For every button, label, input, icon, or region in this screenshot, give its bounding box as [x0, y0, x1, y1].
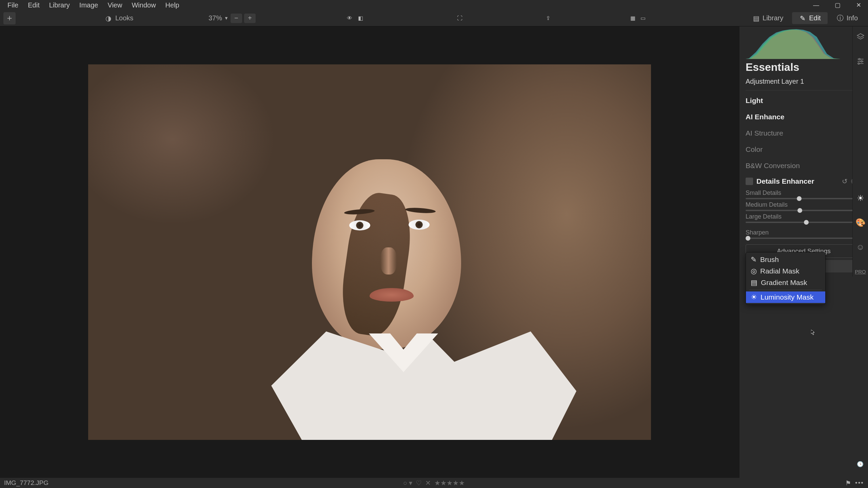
- mask-gradient[interactable]: ▤Gradient Mask: [746, 277, 825, 288]
- mask-dropdown-menu: ✎Brush ◎Radial Mask ▤Gradient Mask ☀Lumi…: [746, 252, 826, 305]
- info-icon: ⓘ: [836, 15, 844, 22]
- pro-category-label[interactable]: PRO: [855, 266, 866, 277]
- zoom-in-button[interactable]: +: [244, 14, 256, 23]
- menubar: File Edit Library Image View Window Help…: [0, 0, 868, 10]
- export-icon[interactable]: ⇪: [544, 15, 552, 22]
- window-maximize-icon[interactable]: ▢: [830, 1, 845, 9]
- reset-icon[interactable]: ↺: [842, 177, 848, 185]
- svg-point-5: [858, 63, 859, 64]
- medium-details-label: Medium Details: [746, 201, 788, 208]
- canvas-area[interactable]: [0, 26, 739, 478]
- statusbar: IMG_7772.JPG ○ ▾ ♡ ✕ ★★★★★ ⚑ •••: [0, 478, 868, 488]
- luminosity-icon: ☀: [751, 293, 757, 301]
- edit-icon: ✎: [799, 15, 806, 22]
- history-icon[interactable]: 🕓: [855, 459, 865, 469]
- small-details-label: Small Details: [746, 189, 781, 197]
- flag-icon[interactable]: ⚑: [845, 479, 851, 487]
- tab-edit[interactable]: ✎ Edit: [792, 12, 827, 24]
- menu-file[interactable]: File: [3, 1, 23, 9]
- tab-library[interactable]: ▤ Library: [746, 12, 790, 24]
- tool-details-enhancer[interactable]: Details Enhancer ↺: [746, 174, 862, 187]
- histogram[interactable]: [746, 28, 841, 59]
- svg-point-3: [859, 58, 860, 60]
- sharpen-label: Sharpen: [746, 229, 769, 236]
- star-rating[interactable]: ★★★★★: [434, 479, 465, 487]
- library-icon: ▤: [752, 15, 760, 22]
- radial-icon: ◎: [751, 267, 757, 275]
- sharpen-slider[interactable]: [746, 238, 862, 239]
- mask-brush[interactable]: ✎Brush: [746, 254, 825, 265]
- zoom-out-button[interactable]: −: [231, 14, 242, 23]
- menu-image[interactable]: Image: [75, 1, 103, 9]
- add-button[interactable]: +: [3, 12, 16, 24]
- edit-panel: Essentials Adjustment Layer 1 Light AI E…: [739, 26, 868, 478]
- photo-preview: [88, 64, 651, 440]
- large-details-slider[interactable]: [746, 222, 862, 223]
- tool-light[interactable]: Light: [746, 93, 862, 109]
- favorite-heart-icon[interactable]: ♡: [416, 479, 422, 487]
- mask-radial[interactable]: ◎Radial Mask: [746, 265, 825, 277]
- layers-icon[interactable]: [855, 32, 866, 42]
- window-minimize-icon[interactable]: —: [808, 2, 824, 9]
- menu-help[interactable]: Help: [161, 1, 184, 9]
- reject-icon[interactable]: ✕: [425, 479, 431, 487]
- looks-button[interactable]: ◑ Looks: [104, 14, 133, 22]
- tab-info[interactable]: ⓘ Info: [830, 12, 865, 24]
- panel-title: Essentials: [746, 61, 862, 74]
- essentials-category-icon[interactable]: ☀: [855, 193, 866, 203]
- menu-view[interactable]: View: [103, 1, 127, 9]
- menu-window[interactable]: Window: [127, 1, 160, 9]
- tool-bw[interactable]: B&W Conversion: [746, 158, 862, 174]
- mask-luminosity[interactable]: ☀Luminosity Mask: [746, 291, 825, 303]
- compare-icon[interactable]: ◧: [357, 15, 364, 22]
- zoom-value[interactable]: 37%: [209, 14, 222, 22]
- crop-icon[interactable]: ⛶: [456, 15, 463, 22]
- details-icon: [746, 178, 753, 185]
- zoom-dropdown-icon[interactable]: ▼: [224, 16, 229, 21]
- tool-color[interactable]: Color: [746, 141, 862, 158]
- large-details-label: Large Details: [746, 213, 782, 220]
- filename-label: IMG_7772.JPG: [4, 479, 48, 487]
- toolbar: + ◑ Looks 37% ▼ − + 👁 ◧ ⛶ ⇪ ▦ ▭ ▤ Librar…: [0, 10, 868, 26]
- category-rail: ☀ 🎨 ☺ PRO: [852, 26, 868, 277]
- more-menu-icon[interactable]: •••: [855, 479, 864, 487]
- portrait-category-icon[interactable]: ☺: [855, 242, 866, 252]
- menu-library[interactable]: Library: [44, 1, 75, 9]
- sliders-icon[interactable]: [855, 56, 866, 66]
- layer-name[interactable]: Adjustment Layer 1: [746, 78, 862, 85]
- creative-category-icon[interactable]: 🎨: [855, 218, 866, 228]
- looks-label: Looks: [115, 14, 133, 22]
- color-tag-picker[interactable]: ○ ▾: [403, 479, 413, 487]
- small-details-slider[interactable]: [746, 198, 862, 199]
- looks-icon: ◑: [104, 15, 112, 22]
- medium-details-slider[interactable]: [746, 210, 862, 211]
- svg-point-4: [861, 61, 862, 62]
- grid-view-icon[interactable]: ▦: [629, 15, 636, 22]
- menu-edit[interactable]: Edit: [23, 1, 44, 9]
- tool-ai-structure[interactable]: AI Structure: [746, 125, 862, 141]
- tool-ai-enhance[interactable]: AI Enhance: [746, 109, 862, 125]
- gradient-icon: ▤: [751, 279, 757, 287]
- brush-icon: ✎: [751, 256, 757, 264]
- single-view-icon[interactable]: ▭: [639, 15, 647, 22]
- window-close-icon[interactable]: ✕: [851, 1, 866, 9]
- preview-eye-icon[interactable]: 👁: [346, 15, 353, 22]
